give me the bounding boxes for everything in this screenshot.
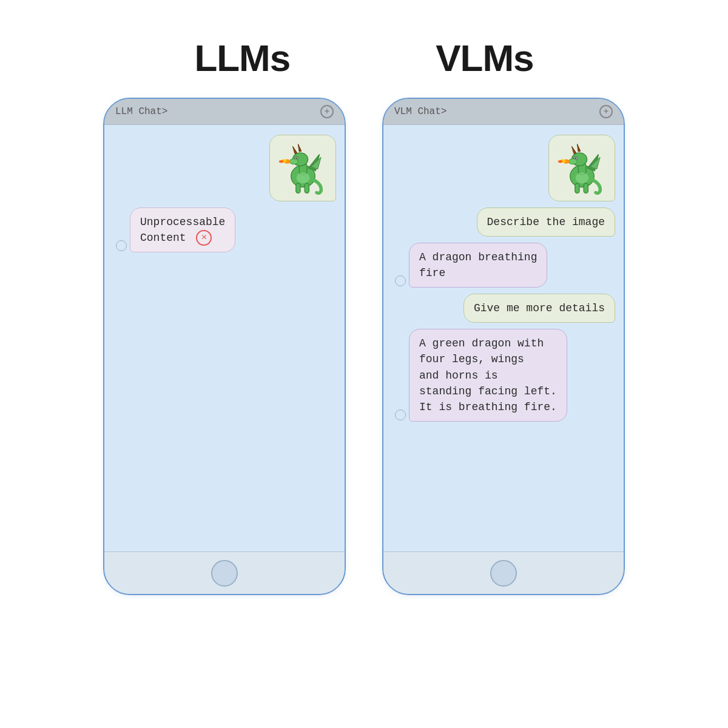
svg-rect-29 <box>575 183 579 193</box>
vlm-bubble-icon-1 <box>395 275 406 286</box>
vlm-dragon-bubble <box>548 135 615 201</box>
llm-phone: LLM Chat> + <box>103 98 346 595</box>
vlm-phone: VLM Chat> + <box>382 98 625 595</box>
vlm-dragon-resp-row: A dragon breathingfire <box>392 243 615 288</box>
vlm-home-button[interactable] <box>490 560 517 587</box>
llm-error-bubble: UnprocessableContent ✕ <box>130 207 235 252</box>
vlm-status-bar: VLM Chat> + <box>383 99 624 125</box>
svg-point-6 <box>295 157 297 159</box>
vlm-detail-resp-bubble: A green dragon withfour legs, wingsand h… <box>409 329 567 421</box>
vlm-more-details-row: Give me more details <box>392 294 615 323</box>
phones-row: LLM Chat> + <box>0 98 728 595</box>
svg-point-15 <box>296 172 309 183</box>
titles-row: LLMs VLMs <box>0 36 728 79</box>
llm-dragon-bubble <box>269 135 336 201</box>
vlm-describe-row: Describe the image <box>392 207 615 237</box>
llm-error-text: UnprocessableContent <box>140 216 225 244</box>
svg-point-26 <box>558 160 562 163</box>
svg-point-31 <box>575 172 588 183</box>
vlm-describe-text: Describe the image <box>487 216 605 228</box>
llm-chat-area: UnprocessableContent ✕ <box>104 125 345 551</box>
svg-point-7 <box>289 159 298 164</box>
svg-rect-13 <box>295 183 300 193</box>
svg-rect-30 <box>584 183 588 193</box>
llm-error-msg-row: UnprocessableContent ✕ <box>113 207 336 252</box>
vlm-title: VLMs <box>436 36 533 79</box>
vlm-dragon-resp-bubble: A dragon breathingfire <box>409 243 547 288</box>
vlm-dragon-resp-text: A dragon breathingfire <box>419 251 537 279</box>
llm-status-title: LLM Chat> <box>115 106 167 117</box>
vlm-detail-resp-text: A green dragon withfour legs, wingsand h… <box>419 337 557 413</box>
svg-marker-20 <box>577 144 580 152</box>
vlm-more-details-text: Give me more details <box>474 302 605 314</box>
svg-marker-3 <box>292 146 297 154</box>
vlm-describe-bubble: Describe the image <box>477 207 615 237</box>
llm-title: LLMs <box>194 36 290 79</box>
error-x-icon: ✕ <box>196 230 212 246</box>
vlm-detail-resp-row: A green dragon withfour legs, wingsand h… <box>392 329 615 421</box>
vlm-chat-area: Describe the image A dragon breathingfir… <box>383 125 624 551</box>
vlm-more-details-bubble: Give me more details <box>463 294 615 323</box>
vlm-compose-icon[interactable]: + <box>599 105 613 118</box>
svg-marker-19 <box>571 146 576 154</box>
vlm-phone-bottom <box>383 551 624 594</box>
llm-compose-icon[interactable]: + <box>320 105 334 118</box>
llm-bubble-icon <box>116 240 127 251</box>
vlm-bubble-icon-2 <box>395 410 406 420</box>
llm-phone-bottom <box>104 551 345 594</box>
svg-point-23 <box>568 159 577 164</box>
svg-rect-14 <box>305 183 309 193</box>
llm-status-bar: LLM Chat> + <box>104 99 345 125</box>
llm-user-image-row <box>113 135 336 201</box>
svg-point-22 <box>575 157 576 159</box>
vlm-user-image-row <box>392 135 615 201</box>
vlm-status-title: VLM Chat> <box>394 106 447 117</box>
vlm-dragon-image <box>556 141 608 195</box>
svg-marker-4 <box>298 144 301 152</box>
dragon-image <box>277 141 329 195</box>
llm-home-button[interactable] <box>211 560 238 587</box>
svg-point-10 <box>278 160 283 163</box>
